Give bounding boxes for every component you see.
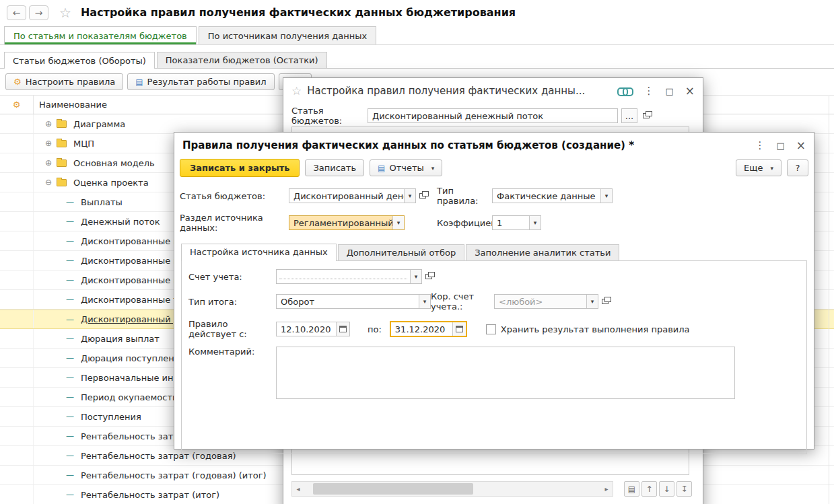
header-gear-icon[interactable]: ⚙	[0, 96, 34, 114]
rules-result-label: Результат работы правил	[147, 77, 267, 87]
window-maximize-icon[interactable]: □	[665, 86, 673, 96]
corr-account-select[interactable]: <любой> ▾	[494, 294, 598, 309]
expand-icon[interactable]: ⊕	[43, 158, 54, 168]
form-row-comment: Комментарий:	[188, 347, 800, 399]
dialog-title: Правила получения фактических данных по …	[182, 139, 634, 151]
tab-by-data-sources[interactable]: По источникам получения данных	[199, 26, 376, 44]
scrollbar-thumb[interactable]	[313, 483, 473, 495]
gear-icon: ⚙	[13, 77, 22, 87]
row-icon-column	[0, 407, 34, 426]
row-icon-column	[0, 388, 34, 406]
choose-button[interactable]: ...	[621, 108, 637, 123]
item-icon: —	[66, 256, 78, 265]
nav-up-button[interactable]: ↑	[641, 481, 657, 497]
window-menu-icon[interactable]: ⋮	[755, 139, 765, 151]
calendar-button[interactable]	[336, 322, 349, 336]
coefficient-value: 1	[493, 218, 529, 228]
dropdown-button[interactable]: ▾	[529, 216, 541, 229]
dropdown-button[interactable]: ▾	[392, 216, 404, 229]
window-close-icon[interactable]: ×	[796, 139, 806, 152]
open-button[interactable]	[639, 108, 653, 123]
scroll-left-button[interactable]: ◂	[292, 482, 304, 496]
scrollbar-track[interactable]	[304, 482, 600, 496]
star-icon[interactable]: ☆	[291, 84, 302, 98]
nav-first-button[interactable]: ▤	[624, 481, 639, 497]
rule-type-label: Тип правила:	[437, 186, 492, 206]
period-from-input[interactable]: 12.10.2020	[276, 322, 350, 336]
period-to-input[interactable]: 31.12.2020	[390, 321, 467, 337]
help-button[interactable]: ?	[787, 159, 808, 176]
open-icon	[419, 193, 426, 199]
window-menu-icon[interactable]: ⋮	[644, 85, 654, 97]
rule-type-select[interactable]: Фактические данные ▾	[492, 188, 613, 203]
application-window: ← → ☆ Настройка правил получения фактиче…	[0, 0, 834, 504]
item-icon: —	[66, 236, 78, 246]
source-section-select[interactable]: Регламентированный уче ▾	[289, 215, 405, 230]
forward-button[interactable]: →	[29, 5, 48, 20]
main-tabs: По статьям и показателям бюджетов По ист…	[0, 26, 834, 45]
item-icon: —	[66, 217, 78, 226]
horizontal-scrollbar[interactable]: ◂ ▸	[291, 481, 613, 497]
dropdown-button[interactable]: ▾	[404, 189, 415, 203]
item-icon: —	[66, 470, 78, 480]
source-section-label: Раздел источника данных:	[180, 213, 289, 233]
tab-budget-items-turnovers[interactable]: Статьи бюджетов (Обороты)	[4, 52, 155, 69]
expand-icon[interactable]: ⊕	[43, 119, 54, 129]
store-result-checkbox[interactable]	[486, 324, 496, 334]
back-button[interactable]: ←	[7, 5, 26, 20]
open-button[interactable]	[422, 269, 436, 284]
configure-rules-button[interactable]: ⚙ Настроить правила	[5, 73, 123, 90]
dropdown-button[interactable]: ▾	[419, 295, 430, 308]
tab-source-settings[interactable]: Настройка источника данных	[181, 244, 337, 261]
expand-icon[interactable]: ⊕	[43, 139, 54, 148]
save-close-button[interactable]: Записать и закрыть	[180, 159, 300, 177]
account-input[interactable]: ▾	[276, 269, 422, 284]
scroll-right-button[interactable]: ▸	[600, 482, 613, 496]
calendar-button[interactable]	[452, 322, 466, 336]
collapse-icon[interactable]: ⊖	[43, 178, 54, 187]
tab-additional-filter[interactable]: Дополнительный отбор	[338, 244, 464, 260]
column-header-name[interactable]: Наименование	[34, 96, 107, 114]
tab-budget-indicators-balances[interactable]: Показатели бюджетов (Остатки)	[157, 52, 327, 68]
dropdown-button[interactable]: ▾	[410, 270, 421, 283]
corr-account-value: <любой>	[495, 297, 586, 307]
budget-item-input[interactable]: Дисконтированный денежный поток	[368, 108, 618, 123]
open-button[interactable]	[416, 188, 429, 203]
account-empty-value	[279, 271, 407, 279]
open-icon	[602, 299, 609, 304]
tree-item-label: Поступления	[81, 412, 141, 422]
tab-analytics-fill[interactable]: Заполнение аналитик статьи	[466, 244, 619, 260]
row-icon-column	[0, 427, 34, 445]
chevron-down-icon: ▾	[431, 165, 435, 172]
budget-item-input[interactable]: Дисконтированный денеж ▾	[289, 188, 416, 203]
row-icon-column	[0, 212, 34, 231]
page-title: Настройка правил получения фактических д…	[81, 6, 516, 19]
tab-by-items-and-indicators[interactable]: По статьям и показателям бюджетов	[4, 26, 197, 44]
dropdown-button[interactable]: ▾	[586, 295, 598, 308]
budget-item-value: Дисконтированный денеж	[289, 191, 404, 201]
folder-icon	[57, 179, 67, 186]
tree-item-label: Выплаты	[81, 197, 123, 207]
more-button[interactable]: Еще ▾	[736, 159, 781, 176]
dropdown-button[interactable]: ▾	[600, 189, 612, 203]
window-close-icon[interactable]: ×	[685, 84, 695, 98]
item-icon: —	[66, 490, 78, 499]
save-button[interactable]: Записать	[305, 159, 364, 176]
favorite-star-icon[interactable]: ☆	[59, 5, 71, 21]
comment-textarea[interactable]	[276, 347, 735, 399]
rules-result-button[interactable]: ▤ Результат работы правил	[127, 73, 274, 90]
dialog-title-bar: ☆ Настройка правил получения фактических…	[283, 78, 703, 102]
window-maximize-icon[interactable]: □	[776, 141, 784, 151]
dialog-toolbar: Записать и закрыть Записать ▤ Отчеты ▾ Е…	[174, 156, 814, 182]
item-icon: —	[66, 334, 78, 343]
open-button[interactable]	[598, 294, 612, 309]
total-type-select[interactable]: Оборот ▾	[276, 294, 431, 309]
nav-down-button[interactable]: ↓	[659, 481, 674, 497]
coefficient-select[interactable]: 1 ▾	[492, 215, 541, 230]
reports-button[interactable]: ▤ Отчеты ▾	[370, 159, 442, 176]
open-icon	[425, 274, 432, 279]
link-icon[interactable]	[617, 87, 632, 95]
folder-icon	[57, 159, 67, 167]
row-icon-column	[0, 271, 34, 289]
nav-last-button[interactable]: ↧	[676, 481, 692, 497]
